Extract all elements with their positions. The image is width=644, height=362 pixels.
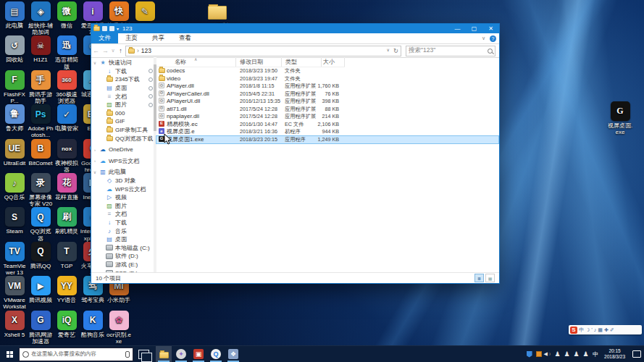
recent-locations-icon[interactable]: ∨ <box>110 48 116 54</box>
nav-item[interactable]: 软件 (D:) <box>91 252 156 261</box>
tab-文件[interactable]: 文件 <box>91 33 118 43</box>
nav-item[interactable]: GIF录制工具 <box>91 126 156 135</box>
desktop-icon[interactable]: K酷狗音乐 <box>80 311 106 338</box>
tab-主页[interactable]: 主页 <box>118 33 145 43</box>
column-header-1[interactable]: 名称∧ <box>156 57 236 67</box>
expander-icon[interactable]: › <box>93 148 97 152</box>
nav-item[interactable]: ›☁WPS云文档 <box>91 157 156 166</box>
desktop-icon[interactable]: ▶腾讯视频 <box>28 276 54 303</box>
ime-indicator[interactable]: 中 <box>593 350 598 358</box>
qat-dropdown-icon[interactable]: ▾ <box>117 26 119 31</box>
search-icon[interactable] <box>488 49 493 54</box>
breadcrumb[interactable]: 123 <box>141 47 151 54</box>
column-header-4[interactable]: 大小 <box>322 57 345 67</box>
nav-item[interactable]: QQ浏览器下载 <box>91 134 156 143</box>
nav-item[interactable]: ›☁OneDrive <box>91 146 156 154</box>
action-center-icon[interactable] <box>632 350 641 358</box>
desktop-icon[interactable]: ↺回收站 <box>1 35 28 63</box>
desktop-icon[interactable]: BBitComet <box>28 139 54 167</box>
desktop-icon[interactable]: PsAdobe Photosh... <box>28 104 54 138</box>
nav-item[interactable]: ≡文档 <box>91 210 156 219</box>
file-row[interactable]: G视屏桌面1.exe2018/3/23 20:15应用程序1,249 KB <box>156 136 498 144</box>
nav-item[interactable]: 本地磁盘 (C:) <box>91 243 156 252</box>
file-row[interactable]: E精易模块.ec2016/1/30 14:47EC 文件2,106 KB <box>156 121 346 129</box>
sogou-input-bar[interactable]: S中☽’♪▦✚✐ <box>569 325 642 334</box>
nav-item[interactable]: ▤桌面 <box>91 84 156 93</box>
sogou-tool-icon[interactable]: ✚ <box>604 327 609 333</box>
sogou-tool-icon[interactable]: ♪ <box>594 327 597 332</box>
desktop-icon[interactable]: 微微信 <box>54 1 80 29</box>
desktop-icon[interactable]: ▤此电脑 <box>1 1 28 29</box>
back-button[interactable]: ← <box>91 47 101 54</box>
sogou-tool-icon[interactable]: ☽ <box>585 327 590 333</box>
desktop-icon[interactable]: 手腾讯手游助手 <box>28 70 54 104</box>
column-header-3[interactable]: 类型 <box>282 57 322 67</box>
taskbar-file-explorer[interactable] <box>156 346 172 362</box>
sogou-tool-icon[interactable]: ’ <box>591 327 593 332</box>
nav-item[interactable]: ▨图片 <box>91 202 156 211</box>
sogou-tool-icon[interactable]: ✐ <box>610 327 614 333</box>
file-row[interactable]: ⚙APlayerCaller.dll2015/4/5 22:31应用程序扩展76… <box>156 90 346 98</box>
file-row[interactable]: e视屏桌面.e2018/3/21 16:36易程序944 KB <box>156 128 346 136</box>
desktop-icon[interactable]: 迅迅雷精简版 <box>54 35 80 70</box>
minimize-button[interactable]: — <box>449 24 466 33</box>
desktop-icon[interactable]: YYYY语音 <box>54 276 80 303</box>
expander-icon[interactable]: › <box>93 159 97 163</box>
taskbar-app-red[interactable]: ▣ <box>191 346 206 362</box>
microphone-icon[interactable] <box>125 351 130 358</box>
forward-button[interactable]: → <box>101 47 110 54</box>
expander-icon[interactable]: ∨ <box>93 169 97 174</box>
desktop-icon[interactable]: 鲁鲁大师 <box>1 104 28 132</box>
penguin-icon[interactable]: ♟ <box>573 350 580 358</box>
help-icon[interactable]: ? <box>490 35 496 42</box>
file-row[interactable]: ⚙npaplayer.dll2017/5/24 12:28应用程序扩展214 K… <box>156 113 346 121</box>
refresh-icon[interactable]: ↻ <box>393 47 398 54</box>
desktop-icon[interactable]: iQ爱奇艺 <box>54 311 80 338</box>
nav-item[interactable]: ▨图片 <box>91 101 156 109</box>
nav-item[interactable]: ♪音乐 <box>91 227 156 235</box>
desktop-icon[interactable]: QQQ浏览器 <box>28 207 54 241</box>
qat-button-icon[interactable] <box>109 26 114 31</box>
file-row[interactable]: video2018/3/23 19:47文件夹 <box>156 75 346 83</box>
penguin-icon[interactable]: ♟ <box>554 350 561 358</box>
desktop-icon[interactable]: 360360极速浏览器 <box>54 70 80 104</box>
tab-查看[interactable]: 查看 <box>172 33 198 43</box>
desktop-icon[interactable]: G视屏桌面.exe <box>607 101 633 135</box>
nav-item[interactable]: 游戏 (E:) <box>91 261 156 269</box>
nav-item[interactable]: ▤桌面 <box>91 235 156 244</box>
address-dropdown-icon[interactable]: ∨ <box>386 47 389 54</box>
quick-access-toolbar[interactable]: ▾ <box>93 26 119 31</box>
task-view-button[interactable] <box>138 350 149 359</box>
search-input[interactable]: 搜索"123" <box>406 46 495 56</box>
tab-共享[interactable]: 共享 <box>145 33 172 43</box>
desktop-icon[interactable]: G腾讯网游加速器 <box>28 311 54 345</box>
close-button[interactable]: ✕ <box>482 24 499 33</box>
sogou-tool-icon[interactable]: 中 <box>579 327 584 334</box>
sogou-logo[interactable]: S <box>570 327 577 334</box>
nav-item[interactable]: GIF <box>91 117 156 126</box>
up-button[interactable]: ↑ <box>116 47 125 54</box>
desktop-icon[interactable]: UEUltraEdit <box>1 139 28 167</box>
ribbon-collapse-icon[interactable]: ∨ <box>482 35 485 41</box>
start-button[interactable] <box>0 346 19 362</box>
file-row[interactable]: codecs2018/3/23 19:50文件夹 <box>156 67 346 75</box>
nav-item[interactable]: ◇3D 对象 <box>91 177 156 185</box>
speaker-icon[interactable]: ◀﹚ <box>545 350 551 358</box>
nav-item[interactable]: ▷视频 <box>91 193 156 202</box>
desktop-icon[interactable]: TTGP <box>54 242 80 269</box>
taskbar-clock[interactable]: 20:15 2018/3/23 <box>604 348 625 360</box>
desktop-icon[interactable]: nox夜神模拟器 <box>54 139 80 173</box>
nav-item[interactable]: ☁WPS云文档 <box>91 185 156 193</box>
qat-button-icon[interactable] <box>102 26 107 31</box>
desktop-icon[interactable]: ♪QQ音乐 <box>1 173 28 201</box>
column-header-2[interactable]: 修改日期 <box>236 57 282 67</box>
nav-item[interactable]: ↓下载 <box>91 219 156 227</box>
shield-icon[interactable] <box>526 350 532 358</box>
nav-item[interactable]: ∨▥此电脑 <box>91 168 156 177</box>
desktop-icon[interactable]: 刷刷机精灵 <box>54 207 80 235</box>
sogou-tool-icon[interactable]: ▦ <box>598 327 603 333</box>
file-row[interactable]: ⚙APlayerUI.dll2016/12/13 15:35应用程序扩展398 … <box>156 98 346 106</box>
desktop-icon[interactable]: ☠H1Z1 <box>28 35 54 63</box>
desktop-icon[interactable]: SSteam <box>1 207 28 235</box>
expander-icon[interactable]: ∨ <box>93 60 97 65</box>
